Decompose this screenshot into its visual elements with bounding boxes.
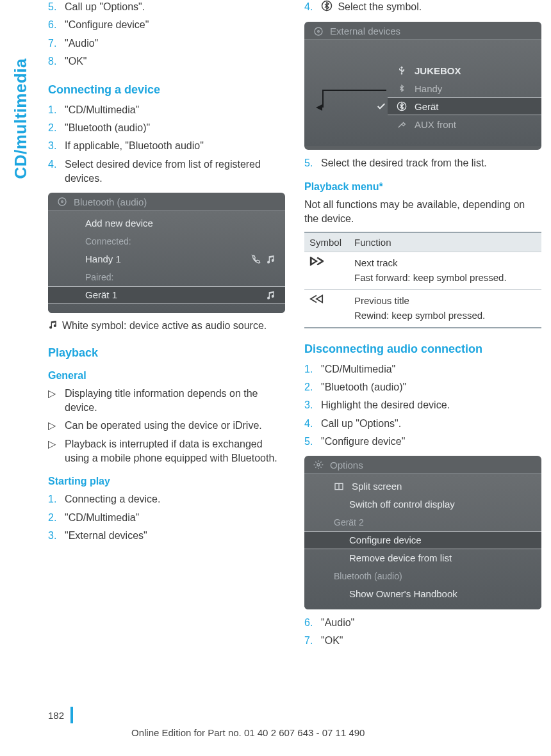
figure-row: AUX front	[388, 115, 541, 133]
list-num: 7.	[48, 36, 65, 51]
prev-track-icon	[309, 294, 354, 323]
td-text: Previous title	[354, 294, 536, 307]
list-text: "CD/Multimedia"	[65, 511, 285, 525]
music-icon	[48, 319, 58, 332]
figure-header: Options	[304, 456, 541, 474]
cd-icon	[313, 26, 324, 36]
figure-title: External devices	[330, 26, 400, 36]
figure-row-selected: Gerät 1	[48, 286, 285, 304]
list-item: 1."CD/Multimedia"	[48, 103, 285, 117]
figure-body: Add new device Connected: Handy 1 Paired…	[48, 211, 285, 313]
list-item: 2."Bluetooth (audio)"	[48, 121, 285, 135]
paragraph: Not all functions may be available, depe…	[304, 198, 541, 227]
figure-options: Options Split screen Switch off control …	[304, 456, 541, 609]
list-num: 3.	[48, 139, 65, 153]
list-text: "Bluetooth (audio)"	[321, 380, 541, 394]
list-item: 7."OK"	[304, 634, 541, 648]
th-function: Function	[354, 237, 391, 248]
list-num: 5.	[48, 0, 65, 14]
list-num: 2.	[48, 121, 65, 135]
bullet-text: Displaying title information depends on …	[65, 387, 285, 415]
figure-body: JUKEBOX Handy Gerät AUX front	[304, 40, 541, 146]
page-bar	[70, 707, 73, 723]
list-num: 3.	[304, 398, 321, 412]
list-item: 4. Select the symbol.	[304, 0, 541, 15]
playback-table: Symbol Function Next track Fast forward:…	[304, 232, 541, 328]
figure-row: JUKEBOX	[388, 61, 541, 79]
figure-row: Remove device from list	[304, 549, 541, 567]
list-text: "Configure device"	[65, 18, 285, 32]
table-row: Next track Fast forward: keep symbol pre…	[304, 252, 541, 289]
list-num: 5.	[304, 435, 321, 449]
bullet-item: ▷Displaying title information depends on…	[48, 387, 285, 415]
list-item: 3.Highlight the desired device.	[304, 398, 541, 412]
figure-row: Split screen	[304, 478, 541, 495]
check-icon	[376, 101, 389, 111]
next-track-icon	[309, 256, 354, 286]
bluetooth-icon	[394, 101, 409, 111]
list-text: "External devices"	[65, 529, 285, 543]
list-num: 2.	[304, 380, 321, 394]
th-symbol: Symbol	[309, 237, 354, 248]
list-text: "CD/Multimedia"	[65, 103, 285, 117]
heading-starting-play: Starting play	[48, 476, 285, 487]
list-item: 3.If applicable, "Bluetooth audio"	[48, 139, 285, 153]
note-white-symbol: White symbol: device active as audio sou…	[48, 319, 285, 332]
figure-row: Handy 1	[48, 250, 285, 268]
table-row: Previous title Rewind: keep symbol press…	[304, 289, 541, 327]
figure-header: Bluetooth (audio)	[48, 193, 285, 211]
list-item: 8."OK"	[48, 54, 285, 68]
list-num: 1.	[48, 492, 65, 506]
gear-icon	[313, 460, 324, 470]
split-icon	[331, 481, 347, 492]
list-text: "Audio"	[65, 36, 285, 51]
cd-icon	[57, 197, 67, 207]
row-right-icons	[266, 290, 276, 300]
list-text: Select the desired track from the list.	[321, 156, 541, 170]
list-text: "Audio"	[321, 616, 541, 630]
figure-row: Paired:	[48, 268, 285, 286]
figure-row: Add new device	[48, 214, 285, 232]
list-num: 4.	[304, 417, 321, 431]
list-text: "CD/Multimedia"	[321, 362, 541, 376]
list-item: 4.Call up "Options".	[304, 417, 541, 431]
list-text: "Bluetooth (audio)"	[65, 121, 285, 135]
list-text: "Configure device"	[321, 435, 541, 449]
list-num: 6.	[304, 616, 321, 630]
figure-header: External devices	[304, 22, 541, 40]
figure-row: Gerät 2	[304, 513, 541, 531]
column-left: 5.Call up "Options". 6."Configure device…	[48, 0, 285, 652]
list-text: "OK"	[65, 54, 285, 68]
list-text: Call up "Options".	[321, 417, 541, 431]
list-num: 5.	[304, 156, 321, 170]
page-number-row: 182	[48, 707, 541, 723]
list-text: Highlight the desired device.	[321, 398, 541, 412]
triangle-icon: ▷	[48, 387, 65, 415]
list-num: 6.	[48, 18, 65, 32]
figure-row: Connected:	[48, 232, 285, 250]
td-text: Next track	[354, 256, 536, 269]
figure-row: Switch off control display	[304, 495, 541, 513]
list-item: 2."CD/Multimedia"	[48, 511, 285, 525]
list-num: 2.	[48, 511, 65, 525]
list-num: 4.	[304, 0, 321, 15]
svg-point-4	[318, 31, 320, 33]
row-right-icons	[251, 254, 276, 264]
page-footer: 182 Online Edition for Part no. 01 40 2 …	[48, 707, 541, 738]
table-head: Symbol Function	[304, 233, 541, 252]
figure-row: Handy	[388, 79, 541, 97]
list-text: If applicable, "Bluetooth audio"	[65, 139, 285, 153]
music-icon	[266, 254, 276, 264]
footer-text: Online Edition for Part no. 01 40 2 607 …	[48, 727, 541, 738]
figure-row: Bluetooth (audio)	[304, 567, 541, 585]
figure-external-devices: External devices JUKEBOX Handy Ger	[304, 22, 541, 150]
side-tab: CD/multimedia	[8, 0, 33, 179]
list-num: 3.	[48, 529, 65, 543]
td-text: Fast forward: keep symbol pressed.	[354, 271, 536, 284]
column-right: 4. Select the symbol. External devices J…	[304, 0, 541, 652]
list-item: 5.Call up "Options".	[48, 0, 285, 14]
bluetooth-icon	[394, 83, 409, 93]
triangle-icon: ▷	[48, 419, 65, 433]
list-num: 7.	[304, 634, 321, 648]
figure-title: Options	[330, 460, 363, 470]
